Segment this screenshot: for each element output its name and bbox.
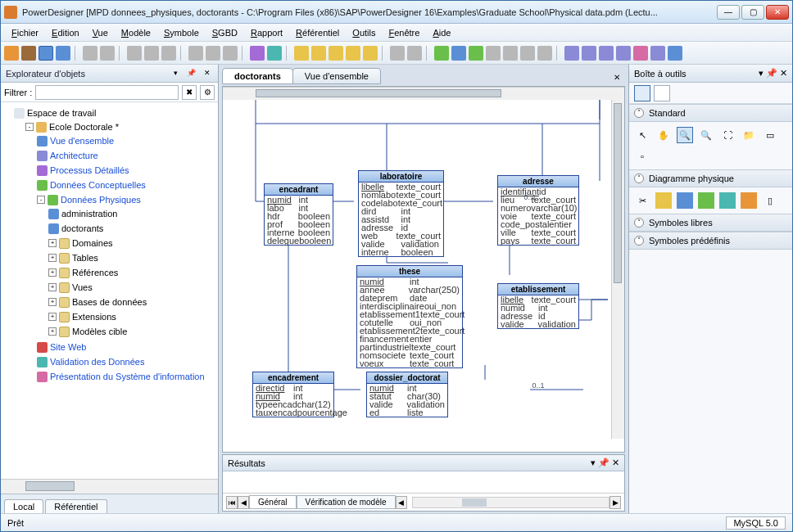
- new-icon[interactable]: [4, 46, 19, 61]
- tree-proc[interactable]: Processus Détaillés: [50, 164, 129, 177]
- menu-outils[interactable]: Outils: [347, 26, 381, 39]
- entity-encadrant[interactable]: encadrant numidintlabointhdrbooleenprofb…: [264, 183, 333, 246]
- diagram-vscrollbar[interactable]: [611, 87, 624, 439]
- paste-icon[interactable]: [161, 46, 176, 61]
- pointer-icon[interactable]: ↖: [634, 127, 650, 143]
- print-icon[interactable]: [83, 46, 97, 61]
- zoom-out-icon[interactable]: 🔍: [698, 127, 714, 143]
- menu-referentiel[interactable]: Référentiel: [290, 26, 345, 39]
- align4-icon[interactable]: [537, 46, 552, 61]
- entity-these[interactable]: these numidintanneevarchar(250)datepremd…: [356, 265, 463, 368]
- twisty-icon[interactable]: +: [48, 239, 57, 247]
- tree-ext[interactable]: Extensions: [72, 310, 116, 323]
- twisty-icon[interactable]: +: [48, 327, 57, 336]
- align2-icon[interactable]: [503, 46, 518, 61]
- saveall-icon[interactable]: [56, 46, 70, 61]
- tree-hscrollbar[interactable]: [1, 479, 218, 494]
- tree-pres[interactable]: Présentation du Système d'information: [50, 370, 205, 383]
- tree-conc[interactable]: Données Conceptuelles: [50, 178, 146, 192]
- model2-icon[interactable]: [311, 46, 326, 61]
- object-tree[interactable]: Espace de travail -Ecole Doctorale * Vue…: [1, 102, 218, 479]
- layout5-icon[interactable]: [633, 46, 648, 61]
- pen-icon[interactable]: [434, 46, 449, 61]
- entity-adresse[interactable]: adresse identifiantidlieutexte_courtnume…: [497, 175, 579, 246]
- redo-icon[interactable]: [206, 46, 220, 61]
- layout6-icon[interactable]: [650, 46, 665, 61]
- win2-icon[interactable]: [407, 46, 422, 61]
- results-nav-prev[interactable]: ◀: [238, 496, 249, 509]
- diagram-hscrollbar[interactable]: [223, 87, 624, 100]
- results-nav-next[interactable]: ◀: [396, 496, 407, 509]
- twisty-icon[interactable]: +: [48, 298, 57, 306]
- tree-arch[interactable]: Architecture: [50, 149, 98, 162]
- dropdown-icon[interactable]: ▾: [170, 69, 182, 80]
- results-hscrollbar[interactable]: [412, 497, 609, 508]
- folder-icon[interactable]: 📁: [741, 127, 757, 143]
- tree-dom[interactable]: Domaines: [72, 237, 113, 250]
- results-nav-first[interactable]: ⏮: [226, 496, 238, 509]
- close-button[interactable]: ✕: [766, 5, 789, 20]
- layout4-icon[interactable]: [616, 46, 631, 61]
- tree-project[interactable]: Ecole Doctorale *: [49, 120, 119, 133]
- filter-input[interactable]: [35, 85, 179, 100]
- tree-workspace[interactable]: Espace de travail: [27, 106, 96, 119]
- close-tab-icon[interactable]: ✕: [614, 73, 625, 84]
- filter-clear-icon[interactable]: ✖: [182, 85, 197, 100]
- tab-local[interactable]: Local: [4, 499, 43, 513]
- tab-doctorants[interactable]: doctorants: [222, 68, 293, 84]
- tree-phys[interactable]: Données Physiques: [61, 193, 141, 206]
- zoom-fit-icon[interactable]: ⛶: [719, 127, 736, 143]
- filter-options-icon[interactable]: ⚙: [200, 85, 215, 100]
- menu-fenetre[interactable]: Fenêtre: [383, 26, 425, 39]
- results-nav-end[interactable]: ▶: [609, 496, 621, 509]
- model3-icon[interactable]: [329, 46, 343, 61]
- pin-icon[interactable]: 📌: [186, 69, 197, 80]
- view-grid-icon[interactable]: [634, 85, 650, 101]
- twisty-icon[interactable]: +: [48, 254, 57, 262]
- tree-vues[interactable]: Vues: [72, 281, 93, 294]
- open-icon[interactable]: [21, 46, 36, 61]
- tree-val[interactable]: Validation des Données: [50, 355, 144, 368]
- diagram-viewport[interactable]: encadrant numidintlabointhdrbooleenprofb…: [222, 86, 625, 453]
- prop-icon[interactable]: ▭: [762, 127, 778, 143]
- layout7-icon[interactable]: [668, 46, 682, 61]
- section-standard[interactable]: ˄ Standard: [629, 104, 792, 122]
- ref-icon[interactable]: [698, 192, 714, 209]
- tree-web[interactable]: Site Web: [50, 340, 86, 354]
- table-icon[interactable]: [655, 192, 672, 209]
- undo-icon[interactable]: [188, 46, 203, 61]
- menu-edition[interactable]: Edition: [46, 26, 85, 39]
- cut-icon[interactable]: [127, 46, 142, 61]
- file-icon[interactable]: ▯: [762, 192, 778, 209]
- model1-icon[interactable]: [294, 46, 309, 61]
- menu-aide[interactable]: Aide: [427, 26, 456, 39]
- align3-icon[interactable]: [520, 46, 535, 61]
- results-close-icon[interactable]: ✕: [612, 458, 619, 468]
- layout3-icon[interactable]: [599, 46, 614, 61]
- results-pin-icon[interactable]: 📌: [598, 458, 609, 468]
- results-tab-verif[interactable]: Vérification de modèle: [297, 495, 396, 509]
- twisty-icon[interactable]: +: [48, 268, 57, 277]
- model5-icon[interactable]: [363, 46, 378, 61]
- menu-sgbd[interactable]: SGBD: [206, 26, 243, 39]
- save-icon[interactable]: [39, 46, 53, 61]
- section-libres[interactable]: ˅ Symboles libres: [629, 214, 792, 232]
- toolbox-close-icon[interactable]: ✕: [780, 68, 787, 79]
- entity-dossier[interactable]: dossier_doctorat numidintstatutchar(30)v…: [366, 372, 448, 417]
- toolbox-pin-icon[interactable]: 📌: [766, 68, 777, 79]
- minimize-button[interactable]: —: [717, 5, 740, 20]
- brush-icon[interactable]: [451, 46, 466, 61]
- tree-vue[interactable]: Vue d'ensemble: [50, 134, 114, 147]
- entity-etablissement[interactable]: etablissement libelletexte_courtnumidint…: [497, 283, 579, 329]
- text-icon[interactable]: [469, 46, 483, 61]
- twisty-icon[interactable]: +: [48, 313, 57, 321]
- hand-icon[interactable]: ✋: [655, 127, 672, 143]
- menu-fichier[interactable]: Fichier: [6, 26, 44, 39]
- menu-rapport[interactable]: Rapport: [245, 26, 288, 39]
- entity-laboratoire[interactable]: laboratoire libelletexte_courtnomlabotex…: [358, 170, 444, 257]
- close-panel-icon[interactable]: ✕: [202, 69, 213, 80]
- align1-icon[interactable]: [486, 46, 501, 61]
- view-icon[interactable]: [677, 192, 693, 209]
- layout1-icon[interactable]: [564, 46, 579, 61]
- menu-symbole[interactable]: Symbole: [158, 26, 205, 39]
